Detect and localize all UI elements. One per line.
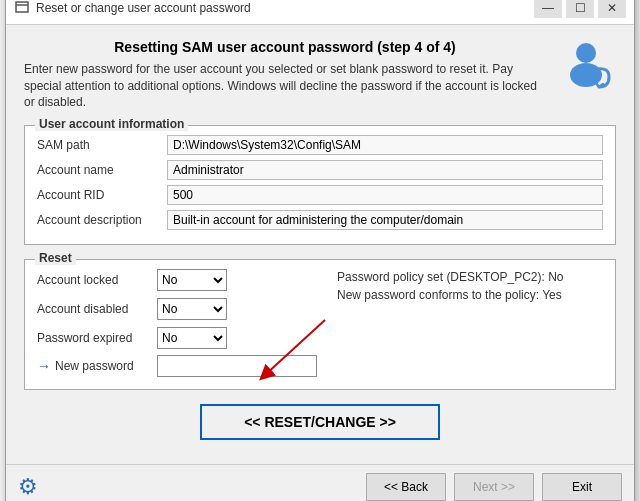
reset-content: Account locked No Yes Account disabled N…	[37, 268, 603, 377]
header-description: Enter new password for the user account …	[24, 61, 546, 111]
reset-group: Reset Account locked No Yes Account disa…	[24, 259, 616, 390]
reset-left-panel: Account locked No Yes Account disabled N…	[37, 268, 317, 377]
new-password-input[interactable]	[157, 355, 317, 377]
content-area: Resetting SAM user account password (ste…	[6, 25, 634, 464]
account-rid-value: 500	[167, 185, 603, 205]
window-icon	[14, 0, 30, 16]
account-locked-row: Account locked No Yes	[37, 268, 317, 292]
minimize-button[interactable]: —	[534, 0, 562, 18]
table-row: Account name Administrator	[37, 159, 603, 181]
new-password-row: → New password	[37, 355, 317, 377]
sam-path-value: D:\Windows\System32\Config\SAM	[167, 135, 603, 155]
policy-line1: Password policy set (DESKTOP_PC2): No	[337, 270, 603, 284]
next-button[interactable]: Next >>	[454, 473, 534, 501]
account-name-value: Administrator	[167, 160, 603, 180]
table-row: Account RID 500	[37, 184, 603, 206]
table-row: SAM path D:\Windows\System32\Config\SAM	[37, 134, 603, 156]
header-icon	[556, 39, 616, 97]
gear-icon: ⚙	[18, 474, 38, 500]
sam-path-label: SAM path	[37, 138, 167, 152]
title-bar: Reset or change user account password — …	[6, 0, 634, 25]
table-row: Account description Built-in account for…	[37, 209, 603, 231]
password-expired-row: Password expired No Yes	[37, 326, 317, 350]
arrow-icon: →	[37, 358, 51, 374]
header-section: Resetting SAM user account password (ste…	[24, 39, 616, 111]
account-rid-label: Account RID	[37, 188, 167, 202]
account-disabled-label: Account disabled	[37, 302, 157, 316]
exit-button[interactable]: Exit	[542, 473, 622, 501]
account-locked-label: Account locked	[37, 273, 157, 287]
reset-right-panel: Password policy set (DESKTOP_PC2): No Ne…	[337, 268, 603, 377]
policy-line2: New password conforms to the policy: Yes	[337, 288, 603, 302]
svg-rect-0	[16, 2, 28, 12]
new-password-label: → New password	[37, 358, 157, 374]
main-window: Reset or change user account password — …	[5, 0, 635, 501]
user-account-info-group: User account information SAM path D:\Win…	[24, 125, 616, 245]
footer-buttons: << Back Next >> Exit	[366, 473, 622, 501]
group-label-reset: Reset	[35, 251, 76, 265]
reset-change-button[interactable]: << RESET/CHANGE >>	[200, 404, 440, 440]
new-password-text: New password	[55, 359, 134, 373]
header-title: Resetting SAM user account password (ste…	[24, 39, 546, 55]
maximize-button[interactable]: ☐	[566, 0, 594, 18]
group-label-info: User account information	[35, 117, 188, 131]
back-button[interactable]: << Back	[366, 473, 446, 501]
password-expired-select[interactable]: No Yes	[157, 327, 227, 349]
password-expired-label: Password expired	[37, 331, 157, 345]
account-desc-value: Built-in account for administering the c…	[167, 210, 603, 230]
account-disabled-row: Account disabled No Yes	[37, 297, 317, 321]
header-text: Resetting SAM user account password (ste…	[24, 39, 546, 111]
svg-point-2	[576, 43, 596, 63]
account-name-label: Account name	[37, 163, 167, 177]
account-locked-select[interactable]: No Yes	[157, 269, 227, 291]
account-disabled-select[interactable]: No Yes	[157, 298, 227, 320]
account-desc-label: Account description	[37, 213, 167, 227]
window-controls: — ☐ ✕	[534, 0, 626, 18]
close-button[interactable]: ✕	[598, 0, 626, 18]
footer: ⚙ << Back Next >> Exit	[6, 464, 634, 501]
window-title: Reset or change user account password	[36, 1, 528, 15]
